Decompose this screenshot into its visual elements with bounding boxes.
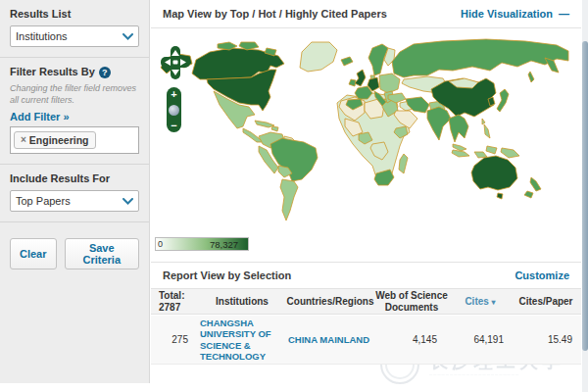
filter-tags-box: × Engineering [10,126,139,154]
country-russia[interactable] [392,39,568,77]
globe-reset-icon[interactable] [169,105,179,116]
country-india[interactable] [427,107,451,140]
column-wos-documents: Web of Science Documents [374,290,449,314]
country-japan[interactable] [497,89,509,112]
country-australia[interactable] [471,156,517,190]
country-indonesia[interactable] [486,146,497,154]
chevron-down-icon [122,198,133,205]
country-greenland[interactable] [300,42,337,72]
map-zoom-control[interactable]: + − [167,87,181,132]
map-view-title: Map View by Top / Hot / Highly Cited Pap… [163,8,387,20]
filter-tag-label: Engineering [29,134,89,146]
country-cuba[interactable] [255,121,274,127]
customize-link[interactable]: Customize [514,270,569,281]
filter-sidebar: Results List Institutions Filter Results… [0,0,150,383]
row-cites-per-paper: 15.49 [512,334,580,345]
country-new-zealand[interactable] [530,177,541,191]
collapse-icon[interactable]: — [559,8,569,20]
filter-note: Changing the filter field removes all cu… [10,83,139,106]
hide-visualization-link[interactable]: Hide Visualization — [461,8,569,20]
island-sakhalin[interactable] [528,72,534,82]
column-cites-sort[interactable]: Cites ▾ [449,296,512,307]
chevron-down-icon [122,33,133,40]
remove-tag-icon[interactable]: × [21,134,26,145]
column-countries-regions: Countries/Regions [286,296,374,308]
save-criteria-button[interactable]: Save Criteria [65,238,139,270]
results-list-label: Results List [10,8,139,20]
include-results-section: Include Results For Top Papers [0,165,149,222]
hide-visualization-text[interactable]: Hide Visualization [461,8,553,20]
region-eastern-europe[interactable] [379,74,400,93]
row-documents: 4,145 [374,334,449,345]
pan-center-icon [173,61,178,65]
filter-section: Filter Results By? Changing the filter f… [0,58,149,165]
actions-section: Clear Save Criteria [0,222,149,279]
zoom-out-button[interactable]: − [171,121,176,130]
help-icon[interactable]: ? [99,67,111,78]
island-new-guinea[interactable] [501,148,519,158]
total-value: 2787 [159,302,198,314]
country-brazil[interactable] [270,138,318,181]
table-row: 275 CHANGSHA UNIVERSITY OF SCIENCE & TEC… [151,316,581,365]
world-choropleth-map[interactable] [153,34,570,236]
map-view-header: Map View by Top / Hot / Highly Cited Pap… [151,0,581,28]
legend-max-value: 78,327 [210,239,238,250]
filter-tag-engineering[interactable]: × Engineering [14,131,96,149]
results-list-select[interactable]: Institutions [10,25,139,47]
scrollbar-thumb[interactable] [582,41,588,351]
map-pan-control[interactable] [161,46,190,79]
island-taiwan[interactable] [482,119,485,124]
country-uk[interactable] [355,70,366,86]
include-results-select[interactable]: Top Papers [10,190,139,212]
report-title: Report View by Selection [163,270,291,281]
region-southeast-asia[interactable] [449,115,468,142]
row-cites: 64,191 [449,334,512,345]
country-new-zealand[interactable] [524,191,533,198]
country-argentina[interactable] [280,179,298,220]
map-visualization: + − 0 78,327 [151,28,581,262]
filter-label: Filter Results By? [10,66,139,78]
cites-label[interactable]: Cites [465,296,488,307]
report-header: Report View by Selection Customize [151,262,581,288]
filter-label-text: Filter Results By [10,66,95,77]
country-link[interactable]: CHINA MAINLAND [288,334,369,345]
total-label: Total: [159,290,198,302]
country-iceland[interactable] [341,57,353,66]
results-list-section: Results List Institutions [0,0,149,58]
island-hispaniola[interactable] [271,126,278,131]
country-indonesia[interactable] [474,152,487,158]
results-list-value: Institutions [16,30,68,42]
column-cites-per-paper: Cites/Paper [512,296,580,308]
row-count: 275 [159,334,198,345]
country-indonesia[interactable] [452,150,469,157]
include-results-label: Include Results For [10,172,139,184]
column-institutions: Institutions [198,296,286,308]
country-philippines[interactable] [484,124,490,138]
sort-arrow-icon[interactable]: ▾ [492,298,496,307]
country-madagascar[interactable] [399,154,408,173]
watermark-underline: ────────────────────── [429,372,564,377]
institution-link[interactable]: CHANGSHA UNIVERSITY OF SCIENCE & TECHNOL… [200,318,286,363]
add-filter-link[interactable]: Add Filter » [10,111,139,122]
column-total: Total: 2787 [159,290,198,314]
island-tasmania[interactable] [497,193,503,199]
include-results-value: Top Papers [16,195,71,207]
map-color-legend: 0 78,327 [155,237,249,251]
results-table-header: Total: 2787 Institutions Countries/Regio… [151,288,581,315]
vertical-scrollbar[interactable] [582,0,588,392]
zoom-in-button[interactable]: + [171,89,176,99]
region-central-america[interactable] [243,128,263,142]
clear-button[interactable]: Clear [10,238,57,270]
legend-min-value: 0 [158,239,163,249]
region-kamchatka[interactable] [545,58,559,73]
